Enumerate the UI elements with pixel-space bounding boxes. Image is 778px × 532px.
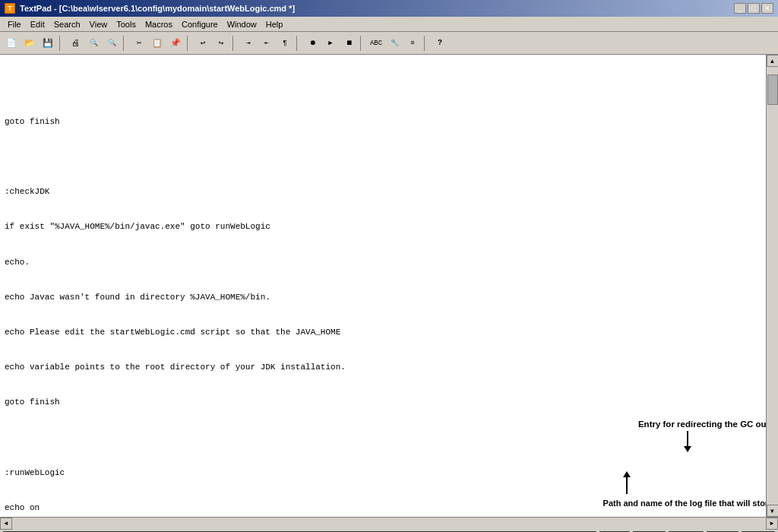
stop-macro-button[interactable]: ⏹ (340, 35, 357, 52)
maximize-button[interactable]: □ (748, 3, 760, 14)
editor-container: goto finish :checkJDK if exist "%JAVA_HO… (0, 55, 778, 517)
code-line: :checkJDK (5, 186, 761, 198)
print-button[interactable]: 🖨 (67, 35, 84, 52)
format-button[interactable]: ¶ (277, 35, 293, 52)
code-line: echo. (5, 257, 761, 268)
app-icon: T (5, 3, 15, 14)
menu-tools[interactable]: Tools (112, 18, 141, 30)
scroll-thumb[interactable] (767, 74, 778, 105)
save-button[interactable]: 💾 (40, 35, 56, 52)
separator-3 (187, 36, 191, 51)
separator-4 (232, 36, 237, 51)
scroll-down-button[interactable]: ▼ (767, 505, 779, 517)
copy-button[interactable]: 📋 (149, 35, 166, 52)
help-button[interactable]: ? (432, 35, 448, 52)
redo-button[interactable]: ↪ (213, 35, 229, 52)
code-line: echo variable points to the root directo… (5, 362, 761, 373)
menu-help[interactable]: Help (261, 18, 288, 30)
code-line: if exist "%JAVA_HOME%/bin/javac.exe" got… (5, 221, 761, 233)
print-preview-button[interactable]: 🔍 (85, 35, 102, 52)
menu-edit[interactable]: Edit (26, 18, 49, 30)
separator-1 (59, 36, 64, 51)
menu-file[interactable]: File (3, 18, 26, 30)
code-line: goto finish (5, 116, 761, 128)
code-line (5, 151, 761, 163)
tools-button[interactable]: 🔧 (386, 35, 403, 52)
play-macro-button[interactable]: ▶ (322, 35, 339, 52)
separator-6 (360, 36, 365, 51)
separator-7 (424, 36, 429, 51)
window-title: TextPad - [C:\bea\wlserver6.1\config\myd… (20, 4, 295, 13)
code-line (5, 432, 761, 444)
code-line: echo Javac wasn't found in directory %JA… (5, 292, 761, 303)
status-bar: Ln 1 Col 1 100% DOS ANSI (0, 529, 778, 532)
paste-button[interactable]: 📌 (167, 35, 184, 52)
find-button[interactable]: 🔍 (103, 35, 120, 52)
outdent-button[interactable]: ⇤ (258, 35, 275, 52)
title-bar: T TextPad - [C:\bea\wlserver6.1\config\m… (0, 0, 778, 17)
undo-button[interactable]: ↩ (194, 35, 211, 52)
menu-macros[interactable]: Macros (141, 18, 177, 30)
menu-bar: File Edit Search View Tools Macros Confi… (0, 17, 778, 32)
separator-2 (123, 36, 128, 51)
scroll-right-button[interactable]: ► (766, 518, 778, 530)
scroll-track-h[interactable] (12, 518, 766, 530)
scrollbar-vertical[interactable]: ▲ ▼ (766, 55, 778, 517)
main-area: goto finish :checkJDK if exist "%JAVA_HO… (0, 55, 778, 517)
scroll-track[interactable] (767, 67, 778, 505)
close-button[interactable]: ✕ (761, 3, 773, 14)
scroll-up-button[interactable]: ▲ (767, 55, 779, 67)
spell-button[interactable]: ABC (368, 35, 384, 52)
new-button[interactable]: 📄 (3, 35, 20, 52)
menu-configure[interactable]: Configure (177, 18, 223, 30)
record-macro-button[interactable]: ⏺ (304, 35, 321, 52)
scroll-left-button[interactable]: ◄ (0, 518, 12, 530)
minimize-button[interactable]: _ (734, 3, 746, 14)
cut-button[interactable]: ✂ (131, 35, 147, 52)
code-line: echo Please edit the startWebLogic.cmd s… (5, 327, 761, 338)
code-line: echo on (5, 502, 761, 514)
editor[interactable]: goto finish :checkJDK if exist "%JAVA_HO… (0, 55, 766, 517)
separator-5 (296, 36, 301, 51)
menu-view[interactable]: View (85, 18, 112, 30)
menu-window[interactable]: Window (223, 18, 261, 30)
code-line: :runWebLogic (5, 467, 761, 479)
toolbar: 📄 📂 💾 🖨 🔍 🔍 ✂ 📋 📌 ↩ ↪ ⇥ ⇤ ¶ ⏺ ▶ ⏹ ABC 🔧 … (0, 32, 778, 55)
scrollbar-horizontal[interactable]: ◄ ► (0, 517, 778, 529)
compare-button[interactable]: ≡ (404, 35, 421, 52)
open-button[interactable]: 📂 (21, 35, 38, 52)
menu-search[interactable]: Search (49, 18, 85, 30)
indent-button[interactable]: ⇥ (240, 35, 257, 52)
code-line: goto finish (5, 397, 761, 408)
